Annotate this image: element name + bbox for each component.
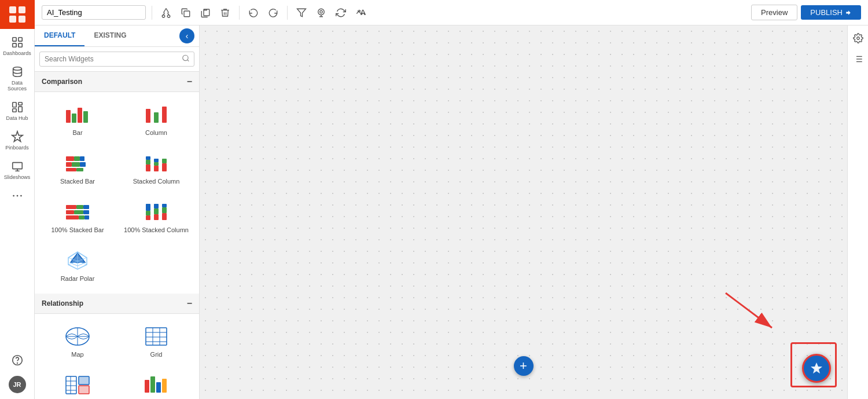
widget-100-stacked-bar[interactable]: 100% Stacked Bar bbox=[39, 194, 116, 240]
svg-rect-32 bbox=[66, 110, 71, 123]
widget-grid[interactable]: Grid bbox=[118, 319, 194, 365]
translate-button[interactable] bbox=[352, 5, 369, 21]
svg-rect-38 bbox=[162, 107, 167, 123]
svg-rect-56 bbox=[76, 205, 83, 209]
tab-default[interactable]: DEFAULT bbox=[35, 25, 84, 46]
refresh-button[interactable] bbox=[333, 5, 349, 21]
sidebar-item-data-sources[interactable]: Data Sources bbox=[0, 61, 34, 96]
svg-rect-61 bbox=[66, 215, 79, 219]
canvas-area: + bbox=[200, 25, 847, 399]
panel-collapse-button[interactable]: ‹ bbox=[179, 28, 194, 43]
widget-100-stacked-column[interactable]: 100% Stacked Column bbox=[118, 194, 194, 240]
app-logo[interactable] bbox=[0, 0, 35, 29]
user-avatar[interactable]: JR bbox=[9, 376, 26, 393]
svg-line-23 bbox=[164, 8, 167, 13]
svg-rect-67 bbox=[154, 214, 159, 220]
comparison-collapse-button[interactable]: − bbox=[187, 76, 192, 87]
svg-rect-10 bbox=[18, 103, 21, 105]
cut-button[interactable] bbox=[158, 5, 174, 21]
widget-extra-2[interactable] bbox=[118, 367, 194, 399]
svg-line-24 bbox=[166, 8, 169, 13]
widget-extra-1[interactable] bbox=[39, 367, 116, 399]
paste-button[interactable] bbox=[197, 5, 214, 21]
comparison-widget-grid: Bar Column bbox=[35, 92, 199, 294]
widget-stacked-column[interactable]: Stacked Column bbox=[118, 145, 194, 192]
toolbar-divider-1 bbox=[152, 6, 152, 20]
svg-rect-99 bbox=[162, 379, 167, 393]
add-widget-button[interactable]: + bbox=[514, 356, 534, 376]
svg-point-19 bbox=[162, 14, 165, 17]
widget-stacked-bar[interactable]: Stacked Bar bbox=[39, 145, 116, 192]
radar-polar-label: Radar Polar bbox=[61, 275, 95, 282]
svg-point-18 bbox=[17, 363, 17, 364]
svg-rect-70 bbox=[162, 213, 167, 220]
svg-rect-25 bbox=[184, 11, 190, 17]
sidebar-item-label: Dashboards bbox=[3, 50, 31, 56]
relationship-section-header: Relationship − bbox=[35, 294, 199, 314]
svg-rect-96 bbox=[145, 380, 149, 393]
sidebar-item-dashboards[interactable]: Dashboards bbox=[0, 31, 34, 61]
grid-label: Grid bbox=[150, 351, 163, 358]
redo-button[interactable] bbox=[265, 5, 281, 21]
layers-button[interactable] bbox=[850, 51, 866, 67]
comparison-label: Comparison bbox=[42, 78, 82, 86]
svg-rect-53 bbox=[162, 163, 167, 171]
ai-assistant-button[interactable] bbox=[802, 354, 831, 383]
map-icon bbox=[64, 325, 91, 347]
stacked-bar-icon bbox=[64, 152, 91, 174]
widget-map[interactable]: Map bbox=[39, 319, 116, 365]
svg-point-103 bbox=[856, 37, 859, 40]
dashboard-title-input[interactable] bbox=[42, 5, 146, 20]
tab-existing[interactable]: EXISTING bbox=[84, 25, 135, 46]
stacked-bar-label: Stacked Bar bbox=[60, 178, 95, 185]
filter-button[interactable] bbox=[293, 5, 310, 21]
svg-rect-48 bbox=[146, 160, 150, 164]
column-label: Column bbox=[145, 129, 167, 136]
svg-rect-89 bbox=[66, 376, 76, 394]
svg-rect-60 bbox=[83, 210, 89, 214]
stacked-column-icon bbox=[142, 152, 170, 174]
svg-rect-2 bbox=[9, 16, 16, 23]
relationship-label: Relationship bbox=[42, 299, 83, 308]
preview-button[interactable]: Preview bbox=[751, 5, 797, 20]
svg-rect-1 bbox=[19, 6, 25, 13]
svg-rect-4 bbox=[12, 38, 16, 41]
svg-rect-97 bbox=[150, 376, 155, 393]
sidebar-item-slideshows[interactable]: Slideshows bbox=[0, 155, 34, 185]
widget-column[interactable]: Column bbox=[118, 97, 194, 143]
svg-rect-49 bbox=[146, 156, 150, 160]
svg-rect-44 bbox=[80, 162, 86, 167]
svg-rect-39 bbox=[66, 156, 74, 161]
widget-bar[interactable]: Bar bbox=[39, 97, 116, 143]
search-input[interactable] bbox=[39, 52, 194, 67]
sidebar-item-more[interactable] bbox=[0, 185, 34, 207]
toolbar-divider-2 bbox=[239, 6, 240, 20]
extra-1-icon bbox=[64, 374, 91, 396]
canvas-grid[interactable] bbox=[200, 25, 847, 399]
publish-button[interactable]: PUBLISH bbox=[801, 5, 861, 20]
toolbar-divider-3 bbox=[287, 6, 288, 20]
undo-button[interactable] bbox=[245, 5, 262, 21]
sidebar-item-pinboards[interactable]: Pinboards bbox=[0, 126, 34, 155]
settings-button[interactable] bbox=[850, 30, 866, 46]
sidebar-item-label: Data Hub bbox=[6, 115, 28, 121]
svg-rect-33 bbox=[72, 114, 76, 123]
widget-radar-polar[interactable]: Radar Polar bbox=[39, 243, 116, 289]
sidebar-item-data-hub[interactable]: Data Hub bbox=[0, 96, 34, 126]
bookmark-button[interactable] bbox=[313, 5, 329, 21]
help-button[interactable] bbox=[9, 349, 26, 371]
stacked-column-label: Stacked Column bbox=[133, 178, 180, 185]
content-area: DEFAULT EXISTING ‹ Comparis bbox=[35, 25, 868, 399]
svg-rect-57 bbox=[83, 205, 89, 209]
svg-rect-40 bbox=[74, 156, 80, 161]
svg-rect-3 bbox=[19, 16, 25, 23]
grid-chart-icon bbox=[142, 325, 170, 347]
radar-polar-icon bbox=[64, 250, 91, 272]
svg-point-29 bbox=[318, 9, 325, 15]
widgets-panel: DEFAULT EXISTING ‹ Comparis bbox=[35, 25, 200, 399]
delete-button[interactable] bbox=[217, 5, 233, 21]
relationship-collapse-button[interactable]: − bbox=[187, 298, 192, 309]
copy-button[interactable] bbox=[178, 5, 194, 21]
svg-rect-95 bbox=[79, 386, 89, 394]
svg-rect-62 bbox=[79, 215, 84, 219]
